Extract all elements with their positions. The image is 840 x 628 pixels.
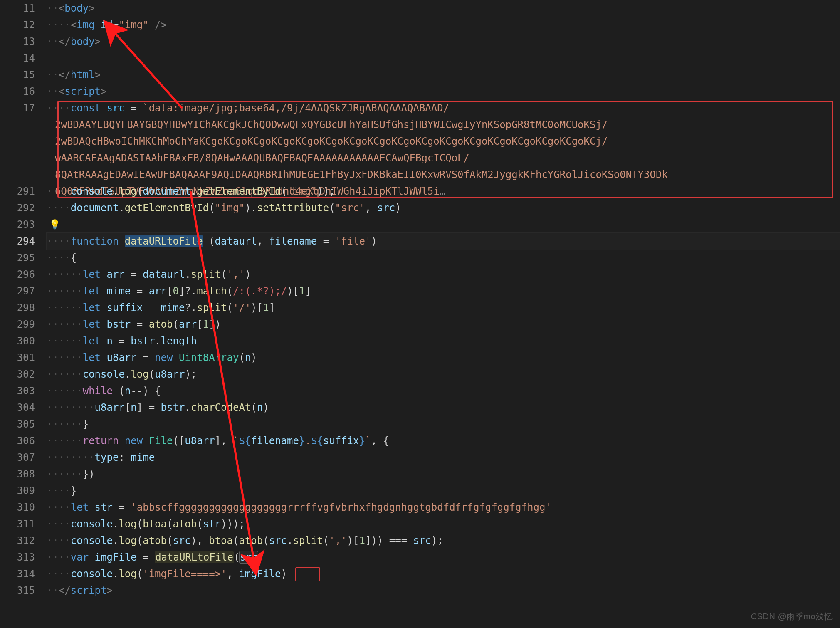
line-number[interactable]	[0, 133, 35, 150]
code-line[interactable]: ····console.log(document.getElementById(…	[47, 183, 840, 200]
lightbulb-icon[interactable]: 💡	[49, 220, 58, 229]
line-number[interactable]: 14	[0, 50, 35, 67]
line-number[interactable]: 12	[0, 17, 35, 33]
line-number[interactable]: 295	[0, 250, 35, 266]
line-number[interactable]: 314	[0, 566, 35, 582]
line-number[interactable]: 304	[0, 399, 35, 416]
code-line[interactable]: ····var imgFile = dataURLtoFile(src)	[47, 549, 840, 566]
line-number[interactable]: 13	[0, 33, 35, 50]
code-line[interactable]: ······let suffix = mime?.split('/')[1]	[47, 299, 840, 316]
code-line-folded[interactable]: ❯ ····const src = `data:image/jpg;base64…	[47, 100, 840, 183]
line-number[interactable]: 302	[0, 366, 35, 383]
code-line[interactable]: ······while (n--) {	[47, 383, 840, 399]
code-line-active[interactable]: ····function dataURLtoFile (dataurl, fil…	[47, 233, 840, 250]
line-number[interactable]: 17	[0, 100, 35, 116]
code-line[interactable]: ······return new File([u8arr], `${filena…	[47, 433, 840, 449]
code-line[interactable]: ····document.getElementById("img").setAt…	[47, 200, 840, 216]
code-line[interactable]: ······let bstr = atob(arr[1])	[47, 316, 840, 333]
code-line[interactable]: ····}	[47, 482, 840, 499]
line-number[interactable]: 311	[0, 516, 35, 532]
function-call-highlight: dataURLtoFile	[155, 551, 234, 563]
code-line[interactable]: ····<img id="img" />	[47, 17, 840, 33]
code-line[interactable]	[47, 50, 840, 67]
line-number[interactable]: 309	[0, 482, 35, 499]
code-line[interactable]: ······console.log(u8arr);	[47, 366, 840, 383]
code-line[interactable]: ····console.log(btoa(atob(str)));	[47, 516, 840, 532]
line-number[interactable]: 312	[0, 532, 35, 549]
line-number[interactable]	[0, 150, 35, 166]
watermark: CSDN @雨季mo浅忆	[751, 608, 833, 625]
line-number-gutter: 1112131415161729129229329429529629729829…	[0, 0, 45, 628]
code-line[interactable]: ··</script>	[47, 582, 840, 599]
line-number[interactable]: 313	[0, 549, 35, 566]
line-number[interactable]: 303	[0, 383, 35, 399]
line-number[interactable]: 297	[0, 283, 35, 299]
line-number[interactable]: 298	[0, 299, 35, 316]
line-number[interactable]: 305	[0, 416, 35, 433]
code-area[interactable]: ··<body> ····<img id="img" /> ··</body> …	[45, 0, 840, 628]
code-line[interactable]: ······let u8arr = new Uint8Array(n)	[47, 349, 840, 366]
code-line[interactable]: ····{	[47, 250, 840, 266]
code-line[interactable]: ······let mime = arr[0]?.match(/:(.*?);/…	[47, 283, 840, 299]
line-number[interactable]: 293	[0, 216, 35, 233]
code-line[interactable]: ····console.log(atob(src), btoa(atob(src…	[47, 532, 840, 549]
line-number[interactable]: 315	[0, 582, 35, 599]
code-line[interactable]: ··<script>	[47, 83, 840, 100]
function-name-selected: dataURLtoFile	[125, 235, 203, 247]
line-number[interactable]: 300	[0, 333, 35, 349]
line-number[interactable]: 308	[0, 466, 35, 482]
code-line[interactable]: ······let n = bstr.length	[47, 333, 840, 349]
code-line[interactable]: ······})	[47, 466, 840, 482]
code-editor[interactable]: 1112131415161729129229329429529629729829…	[0, 0, 840, 628]
code-line[interactable]: ··</body>	[47, 33, 840, 50]
line-number[interactable]: 301	[0, 349, 35, 366]
code-line[interactable]: ····let str = 'abbscffgggggggggggggggggg…	[47, 499, 840, 516]
code-line[interactable]: 💡	[47, 216, 840, 233]
line-number[interactable]: 16	[0, 83, 35, 100]
line-number[interactable]: 296	[0, 266, 35, 283]
line-number[interactable]: 291	[0, 183, 35, 200]
code-line[interactable]: ········u8arr[n] = bstr.charCodeAt(n)	[47, 399, 840, 416]
code-line[interactable]: ······}	[47, 416, 840, 433]
line-number[interactable]	[0, 166, 35, 183]
line-number[interactable]: 11	[0, 0, 35, 17]
line-number[interactable]: 294	[0, 233, 35, 250]
code-line[interactable]: ········type: mime	[47, 449, 840, 466]
line-number[interactable]: 310	[0, 499, 35, 516]
line-number[interactable]: 15	[0, 67, 35, 83]
line-number[interactable]	[0, 116, 35, 133]
code-line[interactable]: ··<body>	[47, 0, 840, 17]
code-line[interactable]: ··</html>	[47, 67, 840, 83]
word-highlight-src: src	[240, 551, 257, 563]
code-line[interactable]: ······let arr = dataurl.split(',')	[47, 266, 840, 283]
line-number[interactable]: 306	[0, 433, 35, 449]
code-line[interactable]: ····console.log('imgFile====>', imgFile)	[47, 566, 840, 582]
line-number[interactable]: 299	[0, 316, 35, 333]
line-number[interactable]: 307	[0, 449, 35, 466]
line-number[interactable]: 292	[0, 200, 35, 216]
